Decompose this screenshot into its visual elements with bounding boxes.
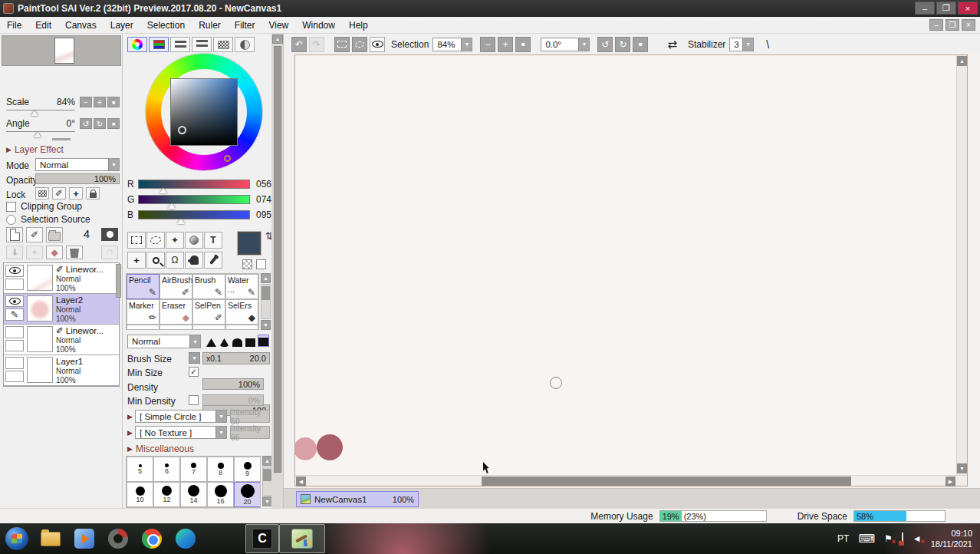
canvas-horizontal-scrollbar[interactable]: ◀ ▶ (295, 475, 967, 486)
brush-texture-select[interactable]: [ No Texture ] ▼ (135, 426, 227, 439)
brush-clipped-row[interactable] (192, 325, 225, 330)
panel-scroll-up[interactable]: ▲ (272, 35, 283, 44)
tray-update-icon[interactable] (902, 533, 903, 544)
chevron-down-icon[interactable]: ▼ (742, 38, 753, 51)
layer-mask-button[interactable] (101, 228, 118, 241)
angle-reset-button[interactable]: ■ (107, 118, 120, 129)
layer-row-linework-bottom[interactable]: ✐ Linewor... Normal 100% (4, 325, 119, 355)
doc-restore-button[interactable]: ❐ (945, 19, 959, 31)
scale-zoom-out-button[interactable]: − (80, 97, 92, 107)
chevron-down-icon[interactable]: ▼ (215, 427, 226, 438)
tray-language[interactable]: PT (837, 533, 849, 544)
preset-16[interactable]: 16 (207, 482, 234, 507)
scroll-down-button[interactable]: ▼ (957, 463, 967, 473)
restore-button[interactable]: ❐ (936, 2, 956, 15)
close-button[interactable]: × (958, 2, 978, 15)
menu-filter[interactable]: Filter (228, 18, 262, 33)
zoom-reset-button[interactable]: ■ (515, 37, 531, 52)
hand-tool[interactable] (185, 252, 203, 269)
brush-shape-select[interactable]: [ Simple Circle ] ▼ (135, 410, 227, 423)
min-size-checkbox[interactable]: ✓ (189, 367, 199, 377)
rect-select-tool[interactable] (127, 232, 146, 249)
magic-wand-tool[interactable]: ✦ (166, 232, 184, 249)
layer-effect-header[interactable]: ▶ Layer Effect (6, 144, 64, 155)
brush-grid-scroll-down[interactable]: ▼ (261, 320, 271, 330)
new-layer-button[interactable] (6, 227, 23, 242)
angle-rotate-ccw-button[interactable]: ↺ (80, 118, 92, 129)
selection-source-row[interactable]: Selection Source (6, 214, 90, 225)
opacity-slider[interactable]: 100% (35, 173, 120, 184)
brush-brush[interactable]: Brush✎ (192, 274, 225, 299)
navigator-preview[interactable] (2, 35, 121, 66)
blue-slider[interactable] (138, 210, 250, 219)
tray-keyboard-icon[interactable]: ⌨ (858, 532, 875, 546)
scale-zoom-in-button[interactable]: + (94, 97, 106, 107)
menu-canvas[interactable]: Canvas (58, 18, 104, 33)
layer-list-scrollbar[interactable] (116, 264, 121, 298)
preset-5[interactable]: 5 (127, 457, 153, 482)
chevron-down-icon[interactable]: ▼ (108, 159, 119, 170)
brush-airbrush[interactable]: AirBrush✐ (159, 274, 192, 299)
brush-marker[interactable]: Marker✏ (127, 299, 159, 325)
canvas-vertical-scrollbar[interactable]: ▲ ▼ (956, 55, 967, 475)
transform-selection-button[interactable] (334, 37, 350, 52)
new-folder-button[interactable] (46, 227, 63, 242)
lasso-tool[interactable] (146, 232, 165, 249)
tray-flag-icon[interactable]: ⚑× (884, 533, 893, 544)
start-button[interactable] (0, 523, 34, 554)
visibility-toggle[interactable] (5, 357, 24, 369)
layer-row-layer2[interactable]: ✎ Layer2 Normal 100% (4, 294, 119, 325)
edge-shape-flat[interactable] (245, 335, 256, 347)
visibility-toggle[interactable] (5, 326, 24, 338)
lock-transparency-button[interactable] (35, 187, 49, 200)
zoom-select[interactable]: 84% ▼ (432, 38, 472, 51)
brush-size-slider[interactable]: x0.1 20.0 (202, 352, 270, 364)
rotate-canvas-tool[interactable]: Ω (166, 252, 184, 269)
editing-indicator[interactable]: ✎ (5, 308, 24, 321)
tab-rgb-sliders[interactable] (149, 37, 169, 52)
add-to-layer-button[interactable]: + (26, 246, 43, 259)
taskbar-chrome[interactable] (135, 523, 169, 554)
merge-down-button[interactable]: ⬇ (6, 246, 23, 259)
flip-canvas-icon[interactable]: ⇄ (667, 38, 677, 51)
brush-water[interactable]: Water ...✎ (225, 274, 258, 299)
visibility-toggle[interactable] (5, 295, 24, 307)
clipping-group-row[interactable]: Clipping Group (6, 201, 82, 212)
secondary-color-swatch[interactable] (256, 259, 266, 269)
edge-shape-soft[interactable] (219, 335, 230, 347)
transparent-color-swatch[interactable] (242, 259, 252, 269)
selection-source-radio[interactable] (6, 215, 16, 225)
move-tool[interactable]: + (127, 252, 146, 269)
lock-paint-button[interactable]: ✐ (52, 187, 66, 200)
tab-color-wheel[interactable] (127, 37, 147, 52)
min-density-slider[interactable]: 0% (202, 394, 264, 406)
min-density-checkbox[interactable] (189, 395, 199, 405)
preset-8[interactable]: 8 (207, 457, 234, 482)
tab-hsv-sliders[interactable] (170, 37, 190, 52)
tab-scratchpad[interactable] (235, 37, 255, 52)
rotation-select[interactable]: 0.0° ▼ (541, 38, 590, 51)
tab-newcanvas1[interactable]: NewCanvas1 100% (296, 491, 419, 507)
brush-grid-scroll-thumb[interactable] (261, 286, 270, 300)
red-slider[interactable] (138, 180, 250, 189)
scroll-right-button[interactable]: ▶ (945, 477, 955, 486)
sv-picker-marker[interactable] (178, 126, 186, 134)
undo-button[interactable]: ↶ (291, 37, 307, 52)
visibility-toggle[interactable] (5, 265, 24, 277)
taskbar-edge[interactable] (169, 523, 202, 554)
selection-ellipse-button[interactable] (352, 37, 367, 52)
angle-rotate-cw-button[interactable]: ↻ (94, 118, 106, 129)
rotate-reset-button[interactable]: ■ (633, 37, 648, 52)
canvas-surface[interactable] (295, 55, 956, 475)
taskbar-camtasia[interactable]: C (245, 524, 279, 553)
taskbar-painttool-sai[interactable] (279, 524, 325, 553)
brush-pencil[interactable]: Pencil✎ (127, 274, 159, 299)
preset-10[interactable]: 10 (127, 482, 153, 507)
tab-swatches[interactable] (213, 37, 233, 52)
brush-grid-scroll-up[interactable]: ▲ (261, 273, 271, 283)
show-selection-button[interactable] (370, 37, 385, 52)
copy-layer-button[interactable]: ❐ (101, 246, 118, 259)
doc-close-button[interactable]: × (962, 19, 975, 31)
tab-mixer[interactable] (192, 37, 212, 52)
primary-color-swatch[interactable] (238, 232, 261, 255)
